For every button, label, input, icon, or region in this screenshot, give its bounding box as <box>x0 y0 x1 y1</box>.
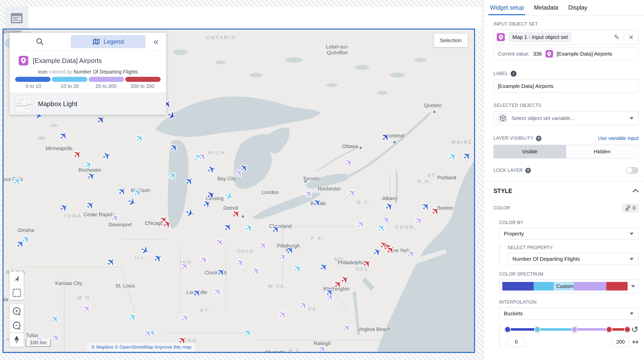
empty-widget-band <box>29 7 481 29</box>
slider-stop-handle[interactable] <box>624 326 631 333</box>
label-field-label: LABEL i <box>493 71 638 77</box>
interpolation-dropdown[interactable]: Buckets <box>499 307 638 320</box>
selected-objects-label: SELECTED OBJECTS <box>493 103 638 108</box>
state-label: VT. <box>428 173 438 178</box>
legend-layer-title: [Example Data] Airports <box>33 57 102 65</box>
edit-input-button[interactable]: ✎ <box>610 30 624 44</box>
lock-layer-label: LOCK LAYER ? <box>493 168 531 173</box>
bucket-slider[interactable] <box>508 326 627 333</box>
object-pin-icon <box>19 56 28 65</box>
widget-toolbar-tile[interactable] <box>5 7 28 29</box>
swap-range-icon[interactable]: ↔ <box>632 338 638 346</box>
color-by-dropdown[interactable]: Property <box>499 228 638 239</box>
legend-bucket-swatch <box>125 77 161 82</box>
legend-bucket-labels: 0 to 1010 to 2020 to 200200 to 200 <box>15 83 161 89</box>
legend-body: [Example Data] Airports Icon colored by … <box>10 51 166 115</box>
style-section-header[interactable]: STYLE <box>493 188 638 195</box>
attribution-links[interactable]: © Mapbox © OpenStreetMap Improve this ma… <box>91 344 192 350</box>
visible-option[interactable]: Visible <box>494 145 566 158</box>
map-attribution: © Mapbox © OpenStreetMap Improve this ma… <box>87 343 196 351</box>
collapse-legend-button[interactable]: « <box>149 37 163 46</box>
use-variable-input-link[interactable]: Use variable input <box>598 135 638 141</box>
legend-bucket-swatch <box>89 77 124 82</box>
spectrum-segment <box>574 282 606 291</box>
city-label: St. Louis <box>115 283 135 289</box>
reset-icon[interactable]: ↺ <box>631 325 639 334</box>
slider-stop-handle[interactable] <box>534 326 541 333</box>
app-canvas: ONTARIOMAINEVT.N.H.N.Y.MICH.CONN.IOWAILL… <box>0 0 644 360</box>
basemap-name: Mapbox Light <box>38 100 77 108</box>
city-dot <box>360 147 362 149</box>
select-property-label: SELECT PROPERTY <box>508 245 638 250</box>
color-spectrum-dropdown[interactable]: Custom <box>499 279 638 293</box>
help-icon[interactable]: ? <box>536 136 541 141</box>
spectrum-segment <box>502 282 534 291</box>
color-link-count: 0 <box>633 205 635 211</box>
help-icon[interactable]: ? <box>525 168 531 173</box>
city-label: Charlotte <box>265 350 285 352</box>
map-controls-group-3 <box>10 333 24 347</box>
divider <box>484 181 644 181</box>
map-icon <box>92 38 100 45</box>
slider-stop-handle[interactable] <box>606 326 612 333</box>
map-scale-bar: 100 nm <box>26 339 51 347</box>
compass-icon <box>14 336 19 344</box>
legend-header: Legend « <box>10 33 166 51</box>
map-controls-group-2: + − <box>10 304 24 332</box>
color-spectrum-label: COLOR SPECTRUM <box>499 272 638 277</box>
map-widget[interactable]: ONTARIOMAINEVT.N.H.N.Y.MICH.CONN.IOWAILL… <box>3 29 475 353</box>
lock-layer-toggle[interactable] <box>626 167 638 174</box>
input-object-set-pill[interactable]: Map 1 - Input object set <box>509 32 571 42</box>
selected-objects-dropdown[interactable]: Select object set variable… <box>493 111 638 125</box>
chevron-down-icon <box>630 258 634 260</box>
layer-visibility-label: LAYER VISIBILITY ? <box>493 136 541 141</box>
select-area-button[interactable] <box>10 286 24 300</box>
search-button[interactable] <box>13 37 67 46</box>
select-property-dropdown[interactable]: Number Of Departing Flights <box>508 253 638 265</box>
tab-widget-setup[interactable]: Widget setup <box>490 0 524 15</box>
link-icon <box>625 205 631 211</box>
basemap-row[interactable]: Mapbox Light <box>10 93 166 115</box>
city-label: Omaha <box>17 227 34 233</box>
city-label: Minneapolis <box>46 146 73 151</box>
legend-color-bar <box>15 77 161 82</box>
pencil-icon: ✎ <box>614 33 620 41</box>
slider-stop-handle[interactable] <box>571 326 578 333</box>
slider-stop-handle[interactable] <box>504 326 511 333</box>
legend-bucket-label: 20 to 200 <box>88 83 124 89</box>
tab-metadata[interactable]: Metadata <box>534 0 558 15</box>
legend-subtitle: Icon colored by Number Of Departing Flig… <box>15 69 161 75</box>
color-spectrum-bar: Custom <box>502 282 628 291</box>
range-max-input[interactable] <box>612 337 629 347</box>
city-label: London <box>262 189 279 195</box>
color-spectrum-value: Custom <box>556 283 574 289</box>
color-label: COLOR <box>493 205 510 211</box>
state-label: ONTARIO <box>206 35 236 40</box>
zoom-in-button[interactable]: + <box>10 304 24 318</box>
divider <box>67 37 67 47</box>
label-input[interactable] <box>493 80 638 93</box>
legend-tab[interactable]: Legend <box>71 35 145 48</box>
range-min-input[interactable] <box>508 337 525 347</box>
compass-button[interactable] <box>10 333 24 347</box>
basemap-thumbnail <box>15 95 32 112</box>
city-dot <box>393 141 395 143</box>
slider-track-segment <box>537 328 575 331</box>
selection-mode-button[interactable]: Selection <box>434 34 468 47</box>
legend-bucket-swatch <box>15 77 51 82</box>
state-label: OHIO <box>237 249 254 254</box>
color-link-badge[interactable]: 0 <box>622 204 638 212</box>
legend-bucket-label: 200 to 200 <box>124 83 161 89</box>
chevron-down-icon <box>631 285 635 287</box>
info-icon[interactable]: i <box>511 71 516 77</box>
hidden-option[interactable]: Hidden <box>566 145 638 158</box>
state-label: M O. <box>78 295 93 301</box>
legend-panel: Legend « [Example Data] Airports Icon co… <box>10 33 166 115</box>
chevron-down-icon <box>630 233 634 235</box>
map-surface[interactable]: ONTARIOMAINEVT.N.H.N.Y.MICH.CONN.IOWAILL… <box>4 30 474 352</box>
zoom-out-button[interactable]: − <box>10 318 24 332</box>
city-dot <box>433 111 435 113</box>
locate-button[interactable] <box>10 272 24 286</box>
remove-input-button[interactable]: × <box>624 30 638 44</box>
tab-display[interactable]: Display <box>568 0 587 15</box>
